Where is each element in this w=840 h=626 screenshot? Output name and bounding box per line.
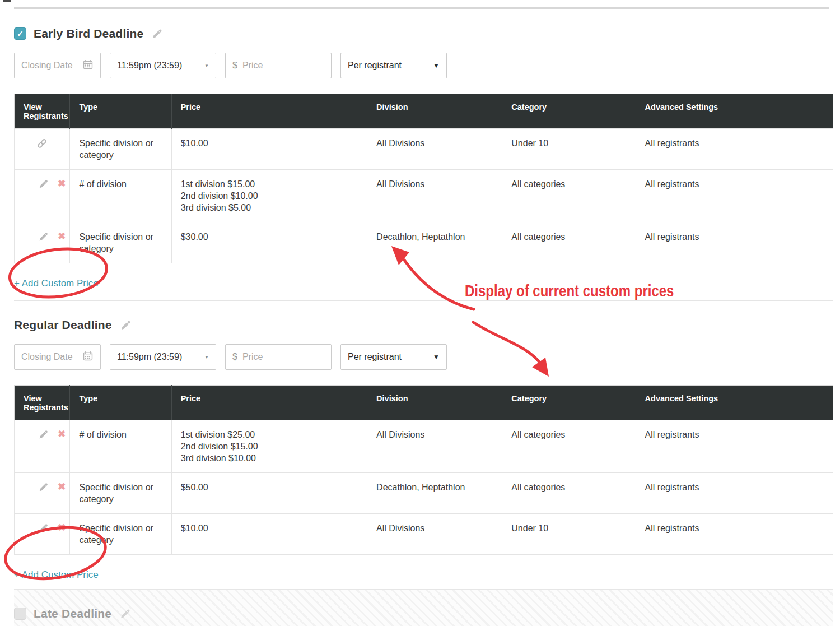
edit-row-icon[interactable]	[38, 522, 49, 534]
calendar-icon	[82, 350, 94, 364]
base-price-input[interactable]	[242, 352, 324, 362]
row-price: 1st division $15.00 2nd division $10.00 …	[171, 170, 367, 222]
row-division: Decathlon, Heptathlon	[367, 473, 502, 514]
fee-basis-select[interactable]: Per registrant ▼	[340, 53, 447, 78]
row-category: All categories	[502, 222, 636, 263]
edit-row-icon[interactable]	[38, 481, 49, 493]
table-header-row: View Registrants Type Price Division Cat…	[15, 386, 833, 420]
row-division: All Divisions	[367, 170, 502, 222]
row-price: 1st division $25.00 2nd division $15.00 …	[171, 420, 367, 473]
row-category: Under 10	[502, 129, 636, 170]
pricing-settings-page: ✓ Early Bird Deadline Closing Date 11:59…	[0, 0, 840, 626]
late-deadline-checkbox[interactable]	[14, 608, 26, 620]
annotation-label: Display of current custom prices	[465, 281, 674, 300]
col-view-registrants: View Registrants	[15, 94, 70, 129]
delete-row-icon[interactable]: ✖	[58, 231, 66, 242]
closing-time-select[interactable]: 11:59pm (23:59) ▼	[110, 344, 216, 370]
row-type: # of division	[70, 420, 171, 473]
row-advanced: All registrants	[636, 514, 833, 555]
table-row: ✖ Specific division or category $50.00 D…	[15, 473, 833, 514]
row-category: All categories	[502, 473, 636, 514]
early-bird-title: Early Bird Deadline	[34, 27, 143, 40]
early-bird-price-table: View Registrants Type Price Division Cat…	[14, 94, 833, 263]
col-view-registrants: View Registrants	[15, 386, 70, 420]
add-custom-price-link[interactable]: + Add Custom Price	[14, 278, 99, 289]
col-type: Type	[70, 386, 171, 420]
row-division: All Divisions	[367, 514, 502, 555]
closing-time-value: 11:59pm (23:59)	[117, 61, 182, 71]
table-row: ✖ # of division 1st division $25.00 2nd …	[15, 420, 833, 473]
regular-deadline-title: Regular Deadline	[14, 318, 112, 332]
row-type: Specific division or category	[70, 473, 171, 514]
row-category: All categories	[502, 170, 636, 222]
row-advanced: All registrants	[636, 473, 833, 514]
row-category: All categories	[502, 420, 636, 473]
edit-deadline-name-icon[interactable]	[120, 319, 132, 331]
early-bird-title-row: ✓ Early Bird Deadline	[14, 26, 833, 41]
closing-time-value: 11:59pm (23:59)	[117, 352, 182, 362]
row-division: All Divisions	[367, 420, 502, 473]
base-price-field[interactable]: $	[225, 344, 332, 370]
add-custom-price-link[interactable]: + Add Custom Price	[14, 569, 99, 580]
row-advanced: All registrants	[636, 222, 833, 263]
table-row: ✖ Specific division or category $30.00 D…	[15, 222, 833, 263]
closing-date-field[interactable]: Closing Date	[14, 53, 101, 78]
row-type: Specific division or category	[70, 514, 171, 555]
late-deadline-section: Late Deadline	[14, 589, 833, 626]
edit-row-icon[interactable]	[38, 429, 49, 440]
row-category: Under 10	[502, 514, 636, 555]
row-division: All Divisions	[367, 129, 502, 170]
row-price: $10.00	[171, 129, 367, 170]
table-row: ✖ Specific division or category $10.00 A…	[15, 514, 833, 555]
row-price: $50.00	[171, 473, 367, 514]
dollar-icon: $	[232, 352, 237, 362]
regular-price-table: View Registrants Type Price Division Cat…	[14, 385, 833, 555]
caret-down-icon: ▼	[433, 62, 440, 69]
fee-basis-value: Per registrant	[348, 352, 402, 362]
delete-row-icon[interactable]: ✖	[58, 429, 66, 440]
edit-row-icon[interactable]	[38, 178, 49, 189]
late-deadline-title: Late Deadline	[34, 607, 111, 620]
regular-title-row: Regular Deadline	[14, 318, 833, 332]
row-price: $10.00	[171, 514, 367, 555]
caret-down-icon: ▼	[433, 353, 440, 361]
regular-controls: Closing Date 11:59pm (23:59) ▼ $ Per reg…	[14, 344, 833, 370]
col-price: Price	[171, 94, 367, 129]
base-price-input[interactable]	[242, 61, 324, 71]
edit-deadline-name-icon[interactable]	[151, 27, 164, 40]
col-category: Category	[502, 94, 636, 129]
caret-down-icon: ▼	[204, 355, 209, 360]
delete-row-icon[interactable]: ✖	[58, 522, 66, 534]
col-category: Category	[502, 386, 636, 420]
row-price: $30.00	[171, 222, 367, 263]
closing-date-placeholder: Closing Date	[21, 352, 73, 362]
col-division: Division	[367, 386, 502, 420]
section-divider	[14, 300, 833, 301]
col-advanced-settings: Advanced Settings	[636, 94, 833, 129]
base-price-field[interactable]: $	[225, 53, 332, 78]
row-advanced: All registrants	[636, 129, 833, 170]
check-icon: ✓	[17, 29, 24, 38]
closing-date-field[interactable]: Closing Date	[14, 344, 101, 370]
view-registrants-link-icon[interactable]	[36, 137, 48, 150]
closing-time-select[interactable]: 11:59pm (23:59) ▼	[110, 53, 216, 78]
row-advanced: All registrants	[636, 420, 833, 473]
edit-deadline-name-icon[interactable]	[119, 608, 132, 620]
table-row: ✖ # of division 1st division $15.00 2nd …	[15, 170, 833, 222]
row-advanced: All registrants	[636, 170, 833, 222]
closing-date-placeholder: Closing Date	[21, 61, 73, 71]
edit-row-icon[interactable]	[38, 231, 49, 242]
delete-row-icon[interactable]: ✖	[58, 481, 66, 493]
delete-row-icon[interactable]: ✖	[58, 178, 66, 189]
col-price: Price	[171, 386, 367, 420]
calendar-icon	[82, 59, 94, 72]
dollar-icon: $	[232, 61, 237, 71]
col-division: Division	[367, 94, 502, 129]
fee-basis-select[interactable]: Per registrant ▼	[340, 344, 447, 370]
fee-basis-value: Per registrant	[348, 61, 402, 71]
table-header-row: View Registrants Type Price Division Cat…	[15, 94, 833, 129]
early-bird-controls: Closing Date 11:59pm (23:59) ▼ $ Per reg…	[14, 53, 833, 78]
early-bird-checkbox[interactable]: ✓	[14, 27, 26, 40]
row-division: Decathlon, Heptathlon	[367, 222, 502, 263]
table-row: Specific division or category $10.00 All…	[15, 129, 833, 170]
